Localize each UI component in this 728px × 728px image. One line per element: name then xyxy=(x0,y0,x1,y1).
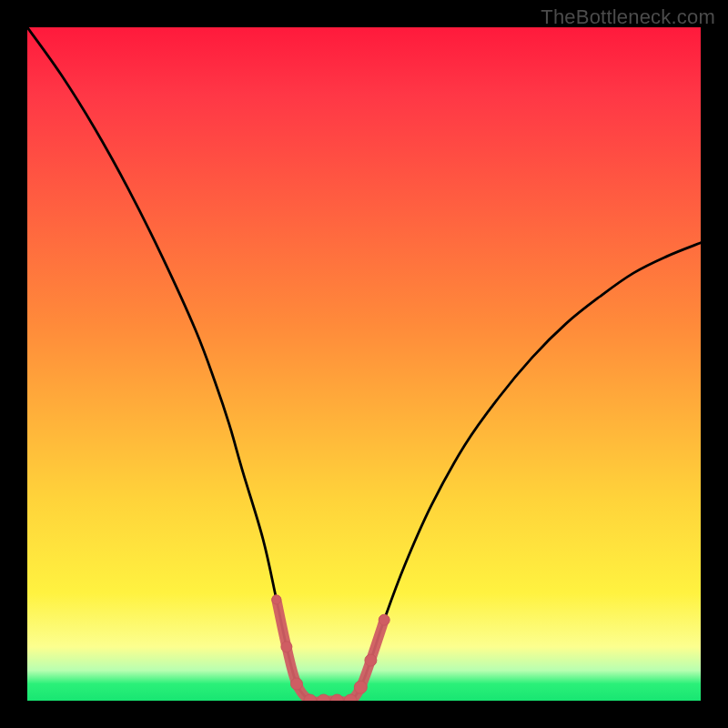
plot-area xyxy=(27,27,701,701)
marker-dot xyxy=(365,654,377,666)
marker-dot xyxy=(354,681,367,693)
curve-path xyxy=(27,27,701,701)
marker-dot xyxy=(272,595,281,604)
marker-dot xyxy=(291,678,303,690)
marker-dot xyxy=(318,694,330,701)
bottleneck-curve xyxy=(27,27,701,701)
watermark-text: TheBottleneck.com xyxy=(541,5,715,29)
marker-dot xyxy=(330,694,343,701)
marker-dot xyxy=(281,642,292,652)
marker-dot xyxy=(379,614,389,625)
chart-frame: TheBottleneck.com xyxy=(0,0,728,728)
